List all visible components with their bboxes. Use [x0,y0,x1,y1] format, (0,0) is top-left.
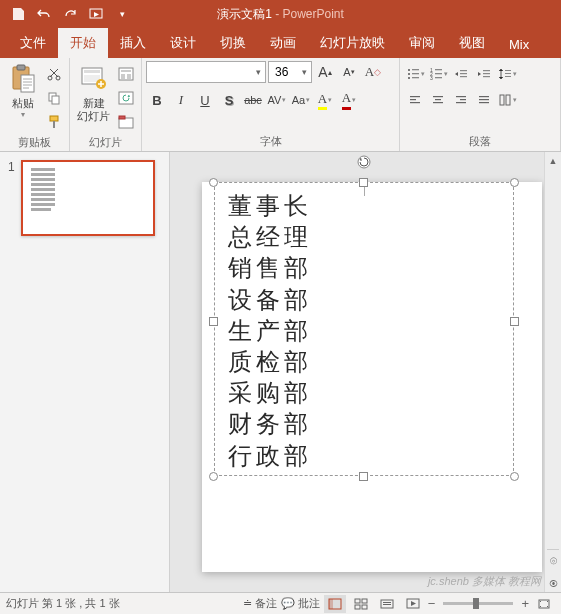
shadow-button[interactable]: S [218,89,240,111]
redo-icon[interactable] [58,2,82,26]
paste-button[interactable]: 粘贴 ▾ [4,61,41,133]
shrink-font-icon[interactable]: A▾ [338,61,360,83]
highlight-button[interactable]: A▾ [314,89,336,111]
svg-rect-39 [505,70,511,71]
ribbon-tabs: 文件 开始 插入 设计 切换 动画 幻灯片放映 审阅 视图 Mix [0,28,561,58]
svg-rect-65 [383,604,391,605]
increase-indent-icon[interactable] [473,63,495,85]
textbox-selected[interactable]: 董事长 总经理 销售部 设备部 生产部 质检部 采购部 财务部 行政部 [214,168,514,476]
handle-top-right[interactable] [510,178,519,187]
tab-design[interactable]: 设计 [158,28,208,58]
tab-home[interactable]: 开始 [58,28,108,58]
svg-rect-17 [127,74,131,79]
text-line: 生产部 [228,315,312,346]
tab-transitions[interactable]: 切换 [208,28,258,58]
paste-label: 粘贴 [12,97,34,110]
section-icon[interactable] [115,111,137,133]
slideshow-view-icon[interactable] [402,595,424,613]
handle-bottom-mid[interactable] [359,472,368,481]
text-line: 质检部 [228,346,312,377]
handle-mid-left[interactable] [209,317,218,326]
handle-bottom-right[interactable] [510,472,519,481]
underline-button[interactable]: U [194,89,216,111]
save-icon[interactable] [6,2,30,26]
rotate-handle-icon[interactable] [356,154,372,170]
tab-mix[interactable]: Mix [497,31,541,58]
font-name-combo[interactable]: ▾ [146,61,266,83]
align-center-icon[interactable] [427,89,449,111]
handle-top-mid[interactable] [359,178,368,187]
slide-thumbnail-1[interactable] [21,160,155,236]
start-from-beginning-icon[interactable] [84,2,108,26]
svg-rect-24 [412,73,419,74]
svg-text:3: 3 [430,75,433,81]
reset-icon[interactable] [115,87,137,109]
textbox-content[interactable]: 董事长 总经理 销售部 设备部 生产部 质检部 采购部 财务部 行政部 [228,190,312,471]
columns-icon[interactable]: ▾ [496,89,518,111]
next-slide-icon[interactable]: ⦿ [545,575,561,592]
svg-rect-9 [53,121,55,128]
bold-button[interactable]: B [146,89,168,111]
new-slide-button[interactable]: 新建 幻灯片 [74,61,113,133]
vertical-scrollbar[interactable]: ▲ ⦾ ⦿ [544,152,561,592]
cut-icon[interactable] [43,63,65,85]
comments-button[interactable]: 💬 批注 [281,596,320,611]
decrease-indent-icon[interactable] [450,63,472,85]
reading-view-icon[interactable] [376,595,398,613]
scroll-up-icon[interactable]: ▲ [545,152,561,169]
group-clipboard: 粘贴 ▾ 剪贴板 [0,58,70,151]
svg-rect-26 [412,77,419,78]
tab-view[interactable]: 视图 [447,28,497,58]
svg-rect-35 [460,76,467,77]
tab-insert[interactable]: 插入 [108,28,158,58]
svg-point-23 [408,73,410,75]
numbering-icon[interactable]: 123▾ [427,63,449,85]
watermark: jc.shenb 多媒体 教程网 [428,574,541,589]
clear-formatting-icon[interactable]: A◇ [362,61,384,83]
svg-rect-46 [435,99,441,100]
svg-rect-47 [433,102,443,103]
group-clipboard-label: 剪贴板 [4,133,65,152]
thumbnail-number: 1 [8,160,15,236]
text-line: 财务部 [228,408,312,439]
tab-slideshow[interactable]: 幻灯片放映 [308,28,397,58]
slide-canvas[interactable]: 董事长 总经理 销售部 设备部 生产部 质检部 采购部 财务部 行政部 jc.s… [170,152,561,592]
copy-icon[interactable] [43,87,65,109]
bullets-icon[interactable]: ▾ [404,63,426,85]
tab-review[interactable]: 审阅 [397,28,447,58]
sorter-view-icon[interactable] [350,595,372,613]
prev-slide-icon[interactable]: ⦾ [545,553,561,570]
line-spacing-icon[interactable]: ▾ [496,63,518,85]
align-left-icon[interactable] [404,89,426,111]
justify-icon[interactable] [473,89,495,111]
font-color-button[interactable]: A▾ [338,89,360,111]
undo-icon[interactable] [32,2,56,26]
grow-font-icon[interactable]: A▴ [314,61,336,83]
status-bar: 幻灯片 第 1 张 , 共 1 张 ≐ 备注 💬 批注 − + [0,592,561,614]
font-size-combo[interactable]: 36▾ [268,61,312,83]
change-case-button[interactable]: Aa▾ [290,89,312,111]
strikethrough-button[interactable]: abc [242,89,264,111]
scroll-track[interactable] [545,169,561,532]
svg-rect-58 [329,599,333,609]
char-spacing-button[interactable]: AV▾ [266,89,288,111]
fit-window-icon[interactable] [533,595,555,613]
italic-button[interactable]: I [170,89,192,111]
tab-animations[interactable]: 动画 [258,28,308,58]
handle-bottom-left[interactable] [209,472,218,481]
zoom-in-icon[interactable]: + [521,596,529,611]
qat-customize-icon[interactable]: ▾ [110,2,134,26]
slide-counter[interactable]: 幻灯片 第 1 张 , 共 1 张 [6,596,120,611]
handle-top-left[interactable] [209,178,218,187]
format-painter-icon[interactable] [43,111,65,133]
zoom-slider[interactable] [443,602,513,605]
notes-button[interactable]: ≐ 备注 [243,596,277,611]
workspace: 1 董事长 总 [0,152,561,592]
zoom-out-icon[interactable]: − [428,596,436,611]
normal-view-icon[interactable] [324,595,346,613]
layout-icon[interactable] [115,63,137,85]
align-right-icon[interactable] [450,89,472,111]
tab-file[interactable]: 文件 [8,28,58,58]
svg-rect-34 [460,73,467,74]
handle-mid-right[interactable] [510,317,519,326]
